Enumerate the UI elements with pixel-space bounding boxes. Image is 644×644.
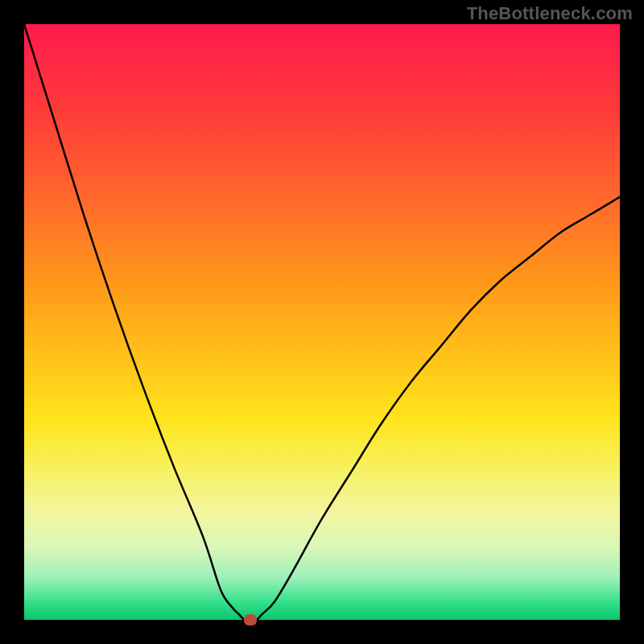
watermark-text: TheBottleneck.com	[467, 3, 633, 24]
bottleneck-curve	[24, 24, 620, 620]
chart-frame: TheBottleneck.com	[0, 0, 644, 644]
plot-area	[24, 24, 620, 620]
optimal-point-marker	[244, 614, 257, 625]
